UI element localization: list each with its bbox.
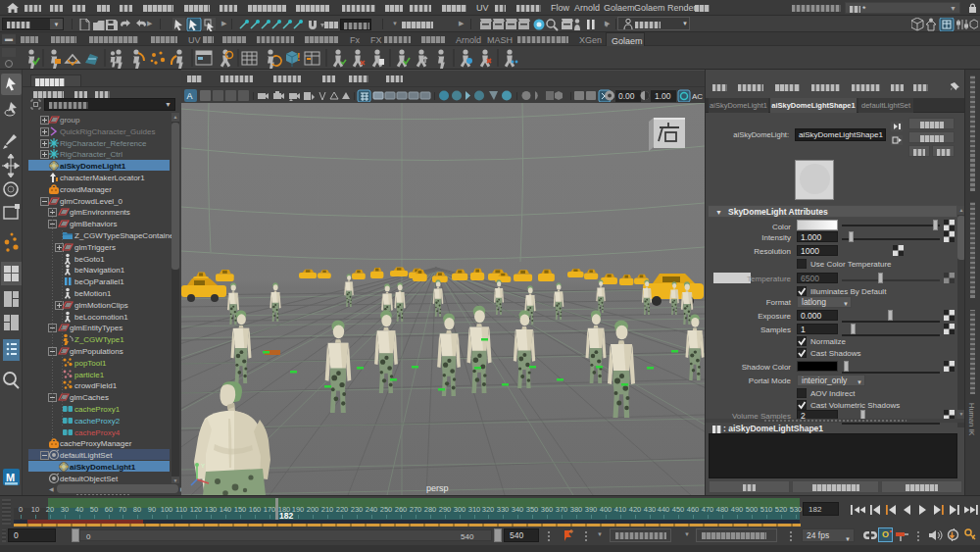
svg-text:Y: Y bbox=[201, 463, 205, 469]
svg-text:persp: persp bbox=[426, 483, 449, 493]
svg-text:ACES: ACES bbox=[692, 92, 703, 101]
svg-text:1.00: 1.00 bbox=[655, 91, 671, 101]
svg-text:!: ! bbox=[297, 52, 300, 63]
svg-text:A: A bbox=[187, 91, 193, 101]
svg-text:M: M bbox=[6, 472, 15, 483]
svg-text:0.00: 0.00 bbox=[618, 91, 635, 101]
